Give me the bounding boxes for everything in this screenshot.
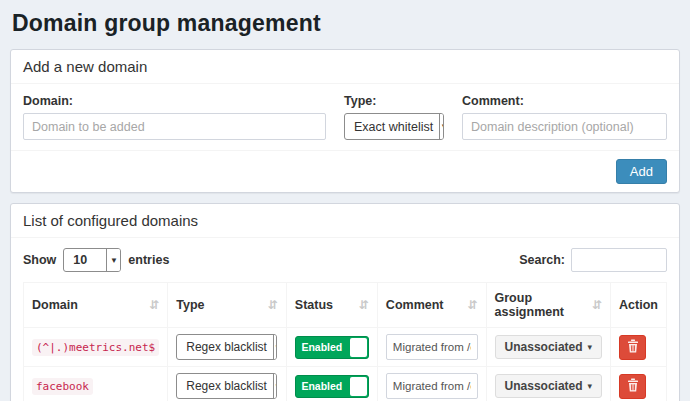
comment-cell [377,328,486,367]
toggle-handle [350,377,367,396]
table-controls: Show 10 ▼ entries Search: [23,248,667,272]
search-control: Search: [519,248,667,272]
add-domain-panel-footer: Add [11,150,679,192]
column-header-type[interactable]: Type⇵ [168,283,287,328]
domain-field-group: Domain: [23,92,326,140]
sort-icon: ⇵ [467,299,477,311]
sort-icon: ⇵ [359,299,369,311]
column-header-domain[interactable]: Domain⇵ [24,283,168,328]
row-type-select[interactable]: Regex blacklist ▼ [176,334,277,360]
column-header-comment[interactable]: Comment⇵ [377,283,486,328]
status-toggle-label: Enabled [296,376,348,397]
type-field-group: Type: Exact whitelist ▼ [344,92,444,140]
domain-value: (^|.)meetrics.net$ [32,339,159,356]
entries-select-value: 10 [64,249,106,271]
status-toggle[interactable]: Enabled [295,375,369,398]
action-cell [611,367,667,401]
content-area: Domain group management Add a new domain… [0,0,690,401]
comment-label: Comment: [462,94,667,108]
entries-length-control: Show 10 ▼ entries [23,248,169,272]
group-cell: Unassociated ▾ [486,328,611,367]
domain-list-panel-header: List of configured domains [11,204,679,238]
column-header-group-assignment[interactable]: Group assignment⇵ [486,283,611,328]
status-cell: Enabled [286,328,377,367]
domain-input[interactable] [23,113,326,140]
row-comment-input[interactable] [386,373,478,399]
domain-list-panel: List of configured domains Show 10 ▼ ent… [10,203,680,401]
table-row: facebook Regex blacklist ▼ Enabled [24,367,667,401]
delete-domain-button[interactable] [619,335,646,360]
domain-list-panel-body: Show 10 ▼ entries Search: Domain⇵ [11,238,679,401]
status-toggle-label: Enabled [296,337,348,358]
column-header-status[interactable]: Status⇵ [286,283,377,328]
group-assignment-label: Unassociated [505,379,583,393]
sort-icon: ⇵ [592,299,602,311]
comment-cell [377,367,486,401]
entries-select[interactable]: 10 ▼ [63,248,121,272]
chevron-down-icon: ▼ [273,335,277,359]
row-type-select-value: Regex blacklist [177,374,273,398]
domain-value: facebook [32,378,93,395]
chevron-down-icon: ▼ [106,249,120,271]
search-input[interactable] [571,248,667,272]
table-header-row: Domain⇵ Type⇵ Status⇵ Comment⇵ Group ass [24,283,667,328]
sort-icon: ⇵ [149,299,159,311]
search-label: Search: [519,253,565,267]
group-assignment-button[interactable]: Unassociated ▾ [495,335,603,359]
type-select-value: Exact whitelist [345,114,439,139]
status-cell: Enabled [286,367,377,401]
column-header-action: Action [611,283,667,328]
row-type-select[interactable]: Regex blacklist ▼ [176,373,277,399]
comment-field-group: Comment: [462,92,667,140]
table-row: (^|.)meetrics.net$ Regex blacklist ▼ Ena… [24,328,667,367]
domain-cell: facebook [24,367,168,401]
entries-label: entries [128,253,169,267]
toggle-handle [350,338,367,357]
trash-icon [627,378,639,395]
add-domain-panel-body: Domain: Type: Exact whitelist ▼ Comment: [11,84,679,150]
row-type-select-value: Regex blacklist [177,335,273,359]
domains-table: Domain⇵ Type⇵ Status⇵ Comment⇵ Group ass [23,282,667,401]
domain-label: Domain: [23,94,326,108]
type-select[interactable]: Exact whitelist ▼ [344,113,444,140]
chevron-down-icon: ▼ [273,374,277,398]
comment-input[interactable] [462,113,667,140]
add-domain-panel: Add a new domain Domain: Type: Exact whi… [10,49,680,193]
type-label: Type: [344,94,444,108]
caret-down-icon: ▾ [588,342,593,352]
status-toggle[interactable]: Enabled [295,336,369,359]
type-cell: Regex blacklist ▼ [168,328,287,367]
add-button[interactable]: Add [616,159,667,184]
page-title: Domain group management [12,10,680,37]
row-comment-input[interactable] [386,334,478,360]
domain-cell: (^|.)meetrics.net$ [24,328,168,367]
delete-domain-button[interactable] [619,374,646,399]
group-assignment-button[interactable]: Unassociated ▾ [495,374,603,398]
chevron-down-icon: ▼ [439,114,444,139]
group-cell: Unassociated ▾ [486,367,611,401]
caret-down-icon: ▾ [588,381,593,391]
trash-icon [627,339,639,356]
group-assignment-label: Unassociated [505,340,583,354]
show-label: Show [23,253,56,267]
type-cell: Regex blacklist ▼ [168,367,287,401]
sort-icon: ⇵ [268,299,278,311]
add-domain-panel-header: Add a new domain [11,50,679,84]
action-cell [611,328,667,367]
